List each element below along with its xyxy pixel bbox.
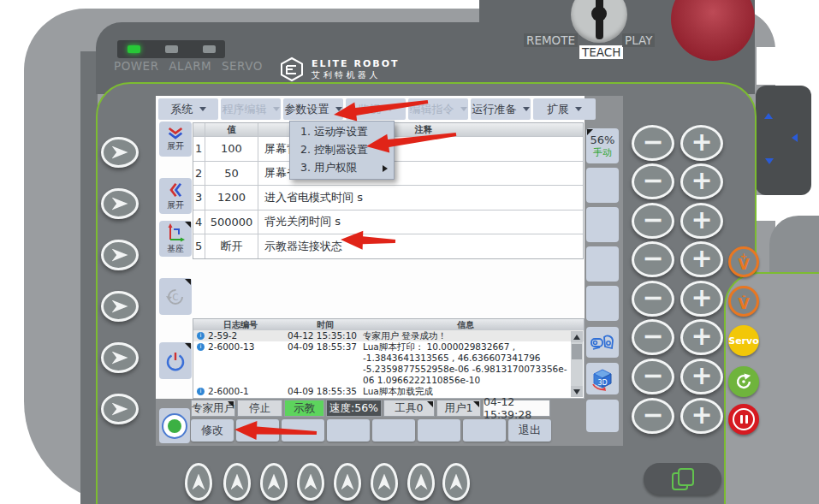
status-user[interactable]: 专家用户 bbox=[191, 400, 235, 417]
arrow-right-icon bbox=[112, 249, 128, 262]
dropdown-item-user-rights[interactable]: 3. 用户权限 bbox=[290, 159, 394, 177]
dropdown-item-kinematics[interactable]: 1. 运动学设置 bbox=[290, 123, 394, 141]
menu-system[interactable]: 系统 bbox=[158, 98, 218, 120]
enable-indicator-button[interactable] bbox=[159, 408, 190, 443]
log-scrollbar[interactable] bbox=[571, 331, 583, 397]
status-teach-mode[interactable]: 示教 bbox=[284, 400, 324, 417]
status-tool[interactable]: 工具0 bbox=[383, 400, 435, 417]
soft-key-blank[interactable] bbox=[586, 207, 619, 242]
status-speed[interactable]: 速度:56% bbox=[326, 400, 382, 417]
run-button[interactable] bbox=[728, 366, 759, 397]
jog-plus-button[interactable]: + bbox=[680, 319, 723, 355]
jog-plus-button[interactable]: + bbox=[680, 359, 723, 394]
exit-button[interactable]: 退出 bbox=[508, 419, 551, 442]
power-button[interactable] bbox=[159, 342, 192, 379]
bottom-arrow-button[interactable] bbox=[185, 463, 212, 501]
table-row[interactable]: 4 500000 背光关闭时间 s bbox=[193, 210, 583, 234]
base-frame-label: 基座 bbox=[167, 243, 184, 255]
jog-control-button[interactable] bbox=[586, 327, 619, 358]
soft-key-blank[interactable] bbox=[586, 168, 619, 203]
menu-monitor[interactable]: 监视 bbox=[346, 98, 406, 120]
bottom-arrow-button[interactable] bbox=[223, 463, 251, 501]
left-arrow-button[interactable] bbox=[101, 342, 139, 373]
scroll-up-icon[interactable] bbox=[571, 331, 583, 342]
dropdown-item-controller[interactable]: 2. 控制器设置 bbox=[290, 141, 394, 159]
soft-key-blank[interactable] bbox=[586, 246, 619, 282]
info-icon bbox=[197, 388, 205, 395]
left-arrow-button[interactable] bbox=[101, 394, 139, 424]
log-col-msg: 信息 bbox=[363, 319, 568, 330]
jog-minus-button[interactable]: − bbox=[632, 125, 674, 161]
log-row[interactable]: 2-6000-13 04-09 18:55:37 Lua脚本打印： 10.000… bbox=[193, 341, 584, 386]
action-blank[interactable] bbox=[463, 419, 506, 442]
expand-down-label: 展开 bbox=[167, 140, 184, 152]
table-row[interactable]: 5 断开 示教器连接状态 bbox=[193, 234, 583, 258]
action-blank[interactable] bbox=[282, 419, 324, 442]
menu-edit-instruction[interactable]: 编辑指令 bbox=[408, 98, 468, 120]
servo-button[interactable]: Servo bbox=[728, 325, 759, 356]
speed-mode-button[interactable]: 56% 手动 bbox=[586, 128, 619, 163]
menu-run-prepare[interactable]: 运行准备 bbox=[471, 98, 531, 120]
bottom-arrow-button[interactable] bbox=[442, 463, 470, 501]
velocity-plus-button[interactable]: + V bbox=[728, 246, 759, 277]
log-row[interactable]: 2-59-2 04-12 15:35:10 专家用户 登录成功！ bbox=[193, 330, 584, 341]
jog-minus-button[interactable]: − bbox=[632, 398, 674, 434]
action-blank[interactable] bbox=[236, 419, 279, 442]
pause-icon bbox=[733, 408, 755, 430]
jog-minus-button[interactable]: − bbox=[632, 359, 674, 394]
bottom-arrow-button[interactable] bbox=[334, 463, 361, 501]
screen-switch-button[interactable] bbox=[644, 463, 721, 495]
chevron-down-icon bbox=[387, 107, 394, 111]
left-arrow-button[interactable] bbox=[101, 240, 139, 270]
left-arrow-button[interactable] bbox=[101, 137, 139, 168]
expand-left-button[interactable]: 展开 bbox=[159, 178, 192, 214]
minus-icon: − bbox=[642, 207, 663, 233]
jog-plus-button[interactable]: + bbox=[680, 203, 723, 239]
left-arrow-button[interactable] bbox=[101, 188, 139, 219]
menu-parameter-settings[interactable]: 参数设置 bbox=[283, 98, 343, 120]
bottom-arrow-button[interactable] bbox=[407, 463, 435, 501]
arrow-up-icon bbox=[450, 474, 463, 490]
menu-program-edit[interactable]: 程序编辑 bbox=[221, 98, 281, 120]
bottom-arrow-button[interactable] bbox=[371, 463, 398, 501]
jog-minus-button[interactable]: − bbox=[632, 241, 674, 277]
jog-plus-button[interactable]: + bbox=[680, 163, 723, 199]
soft-key-blank[interactable] bbox=[586, 400, 619, 432]
arrow-right-icon bbox=[112, 403, 128, 416]
bottom-arrow-button[interactable] bbox=[297, 463, 324, 501]
velocity-minus-button[interactable]: - V bbox=[728, 286, 759, 317]
scroll-down-icon[interactable] bbox=[571, 386, 583, 397]
enable-ring-icon bbox=[162, 413, 187, 439]
jog-minus-button[interactable]: − bbox=[632, 203, 674, 239]
view-3d-button[interactable]: 3D bbox=[586, 363, 619, 394]
jog-plus-button[interactable]: + bbox=[680, 398, 723, 434]
base-frame-button[interactable]: 基座 bbox=[159, 221, 192, 257]
action-blank[interactable] bbox=[372, 419, 415, 442]
chevron-down-icon bbox=[460, 107, 467, 111]
action-blank[interactable] bbox=[418, 419, 460, 442]
modify-button[interactable]: 修改 bbox=[191, 419, 234, 442]
scrollbar-thumb[interactable] bbox=[572, 344, 582, 359]
action-blank[interactable] bbox=[327, 419, 370, 442]
table-row[interactable]: 3 1200 进入省电模式时间 s bbox=[193, 185, 583, 210]
cycle-mode-button[interactable]: C bbox=[159, 278, 192, 315]
pause-button[interactable] bbox=[728, 404, 759, 435]
status-user-frame[interactable]: 用户1 bbox=[436, 400, 481, 417]
jog-minus-button[interactable]: − bbox=[632, 319, 674, 355]
jog-plus-button[interactable]: + bbox=[680, 281, 723, 317]
jog-minus-button[interactable]: − bbox=[632, 281, 674, 317]
jog-plus-button[interactable]: + bbox=[680, 241, 723, 277]
minus-icon: − bbox=[642, 402, 663, 428]
soft-key-blank[interactable] bbox=[586, 286, 619, 321]
svg-text:C: C bbox=[173, 293, 179, 302]
log-col-id: 日志编号 bbox=[193, 319, 288, 330]
svg-text:3D: 3D bbox=[597, 379, 607, 387]
menu-label: 程序编辑 bbox=[223, 102, 267, 117]
menu-extend[interactable]: 扩展 bbox=[533, 98, 596, 120]
jog-minus-button[interactable]: − bbox=[632, 163, 674, 199]
bottom-arrow-button[interactable] bbox=[260, 463, 288, 501]
expand-down-button[interactable]: 展开 bbox=[159, 122, 192, 157]
status-run-state[interactable]: 停止 bbox=[237, 400, 282, 417]
left-arrow-button[interactable] bbox=[101, 291, 139, 322]
jog-plus-button[interactable]: + bbox=[680, 125, 723, 161]
